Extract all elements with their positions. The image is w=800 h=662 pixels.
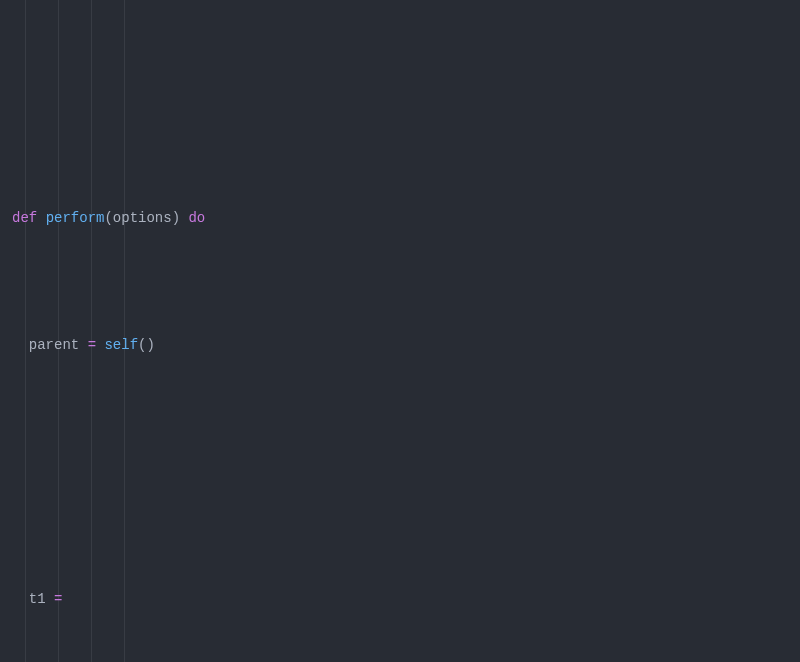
code-text: parent (12, 337, 88, 353)
operator: = (54, 591, 62, 607)
code-text: () (138, 337, 155, 353)
keyword-def: def (12, 210, 37, 226)
indent-guide (25, 0, 26, 662)
code-text (37, 210, 45, 226)
indent-guide (58, 0, 59, 662)
code-line: t1 = (0, 587, 800, 612)
code-line: parent = self() (0, 333, 800, 358)
code-text: t1 (12, 591, 54, 607)
keyword-do: do (188, 210, 205, 226)
code-line: def perform(options) do (0, 206, 800, 231)
indent-guide (91, 0, 92, 662)
function-name: perform (46, 210, 105, 226)
code-text: (options) (104, 210, 188, 226)
operator: = (88, 337, 96, 353)
function-call: self (104, 337, 138, 353)
blank-line (0, 460, 800, 485)
code-editor: def perform(options) do parent = self() … (0, 0, 800, 662)
indent-guide (124, 0, 125, 662)
